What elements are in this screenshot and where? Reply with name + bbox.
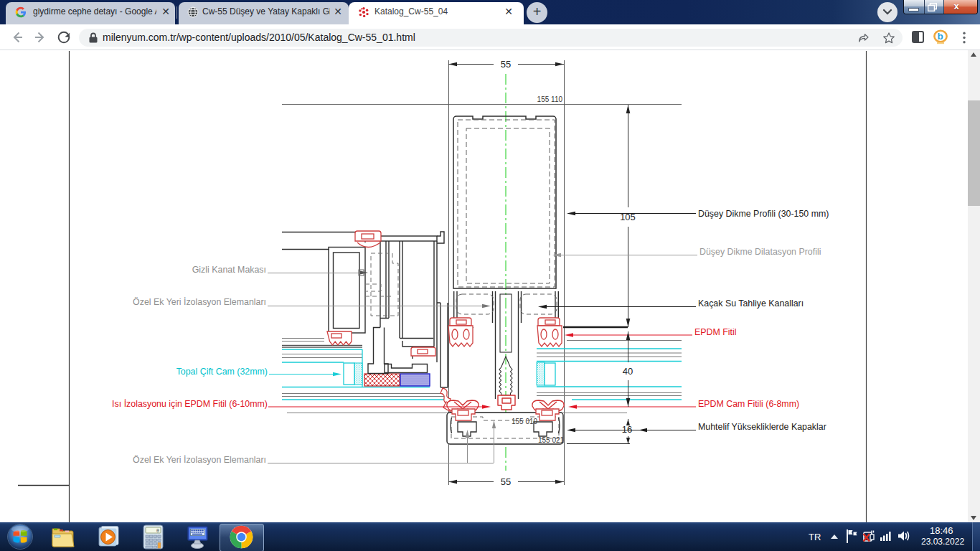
- svg-text:EPDM Fitil: EPDM Fitil: [694, 327, 737, 337]
- svg-text:Isı İzolasyonu için EPDM Fitil: Isı İzolasyonu için EPDM Fitil (6-10mm): [112, 399, 268, 409]
- svg-text:155 021: 155 021: [538, 436, 565, 444]
- svg-text:Özel Ek Yeri İzolasyon Elemanl: Özel Ek Yeri İzolasyon Elemanları: [133, 297, 266, 307]
- svg-text:55: 55: [501, 476, 511, 487]
- svg-text:40: 40: [623, 366, 633, 377]
- svg-text:Gizli Kanat Makası: Gizli Kanat Makası: [192, 265, 266, 275]
- svg-text:Topal Çift Cam (32mm): Topal Çift Cam (32mm): [176, 367, 268, 377]
- svg-text:Özel Ek Yeri İzolasyon Elemanl: Özel Ek Yeri İzolasyon Elemanları: [133, 455, 266, 465]
- svg-text:EPDM Cam Fitili (6-8mm): EPDM Cam Fitili (6-8mm): [698, 399, 799, 409]
- svg-text:Muhtelif Yüksekliklerde Kapakl: Muhtelif Yüksekliklerde Kapaklar: [698, 422, 826, 432]
- svg-text:Düşey Dikme Dilatasyon Profili: Düşey Dikme Dilatasyon Profili: [699, 247, 821, 257]
- svg-text:Düşey Dikme Profili (30-150 mm: Düşey Dikme Profili (30-150 mm): [698, 209, 829, 219]
- svg-text:b: b: [938, 31, 943, 42]
- svg-text:55: 55: [501, 59, 511, 70]
- svg-text:155 010: 155 010: [512, 418, 538, 425]
- svg-text:0: 0: [156, 529, 159, 534]
- svg-text:Kaçak Su Tahliye Kanalları: Kaçak Su Tahliye Kanalları: [698, 298, 804, 309]
- svg-text:155 110: 155 110: [537, 95, 563, 103]
- svg-text:16: 16: [622, 424, 632, 435]
